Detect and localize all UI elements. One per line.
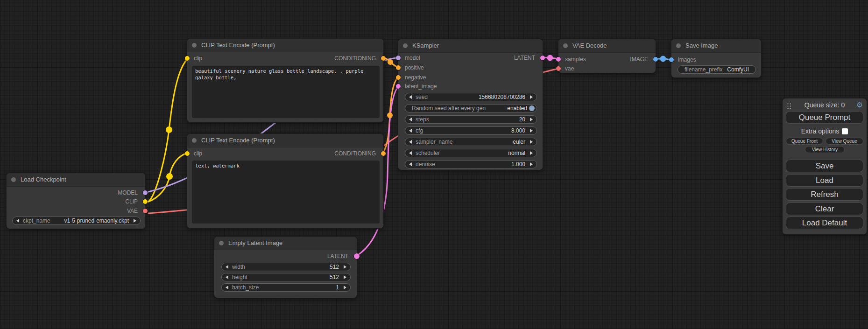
node-title-bar[interactable]: Save Image bbox=[671, 39, 761, 53]
extra-options-row: Extra options bbox=[783, 127, 867, 135]
input-label-samples: samples bbox=[565, 56, 586, 63]
increment-arrow-icon[interactable] bbox=[530, 118, 533, 121]
collapse-dot-icon[interactable] bbox=[676, 43, 681, 48]
node-vae-decode[interactable]: VAE Decode samples IMAGE vae bbox=[558, 39, 656, 73]
batch-size-widget[interactable]: batch_size 1 bbox=[221, 283, 351, 292]
scheduler-widget[interactable]: scheduler normal bbox=[405, 149, 537, 157]
random-seed-widget[interactable]: Random seed after every gen enabled bbox=[405, 104, 537, 112]
decrement-arrow-icon[interactable] bbox=[226, 265, 228, 269]
node-save-image[interactable]: Save Image images filename_prefix ComfyU… bbox=[671, 39, 762, 78]
output-label-vae: VAE bbox=[127, 207, 138, 215]
view-history-button[interactable]: View History bbox=[805, 146, 845, 153]
link-dot[interactable] bbox=[166, 173, 173, 180]
decrement-arrow-icon[interactable] bbox=[409, 95, 412, 99]
collapse-dot-icon[interactable] bbox=[192, 138, 197, 143]
clear-button[interactable]: Clear bbox=[786, 203, 863, 215]
link-dot[interactable] bbox=[388, 59, 393, 65]
decrement-arrow-icon[interactable] bbox=[409, 129, 412, 133]
link-dot[interactable] bbox=[547, 55, 553, 61]
increment-arrow-icon[interactable] bbox=[530, 151, 533, 155]
queue-prompt-button[interactable]: Queue Prompt bbox=[786, 111, 863, 124]
increment-arrow-icon[interactable] bbox=[530, 140, 533, 144]
gear-icon[interactable]: ⚙ bbox=[856, 100, 863, 109]
increment-arrow-icon[interactable] bbox=[530, 95, 533, 99]
output-slot-image[interactable] bbox=[653, 57, 658, 62]
decrement-arrow-icon[interactable] bbox=[16, 219, 19, 223]
node-title-bar[interactable]: CLIP Text Encode (Prompt) bbox=[187, 39, 383, 52]
node-load-checkpoint[interactable]: Load Checkpoint MODEL CLIP VAE ckpt_name… bbox=[6, 173, 146, 229]
collapse-dot-icon[interactable] bbox=[563, 43, 568, 48]
input-slot-negative[interactable] bbox=[396, 75, 401, 80]
extra-options-checkbox[interactable] bbox=[842, 128, 848, 134]
increment-arrow-icon[interactable] bbox=[344, 265, 346, 269]
denoise-widget[interactable]: denoise 1.000 bbox=[405, 160, 537, 168]
widget-label: width bbox=[232, 263, 245, 271]
load-button[interactable]: Load bbox=[786, 174, 863, 187]
node-title-bar[interactable]: Load Checkpoint bbox=[7, 173, 145, 187]
queue-panel[interactable]: Queue size: 0 ⚙ Queue Prompt Extra optio… bbox=[782, 98, 867, 235]
seed-widget[interactable]: seed 156680208700286 bbox=[405, 93, 537, 101]
sampler-name-widget[interactable]: sampler_name euler bbox=[405, 138, 537, 146]
prompt-text-area[interactable]: text, watermark bbox=[192, 161, 380, 224]
input-slot-latent-image[interactable] bbox=[396, 84, 401, 89]
decrement-arrow-icon[interactable] bbox=[409, 151, 412, 155]
height-widget[interactable]: height 512 bbox=[221, 273, 351, 281]
input-label-clip: clip bbox=[194, 55, 202, 62]
collapse-dot-icon[interactable] bbox=[403, 43, 408, 48]
widget-value: 1.000 bbox=[511, 161, 525, 168]
queue-front-button[interactable]: Queue Front bbox=[786, 138, 823, 145]
decrement-arrow-icon[interactable] bbox=[409, 140, 412, 144]
input-slot-images[interactable] bbox=[669, 57, 674, 62]
widget-value: 8.000 bbox=[511, 127, 525, 134]
collapse-dot-icon[interactable] bbox=[11, 177, 16, 182]
output-slot-latent[interactable] bbox=[540, 56, 545, 60]
toggle-icon[interactable] bbox=[529, 105, 535, 111]
increment-arrow-icon[interactable] bbox=[344, 286, 346, 289]
link-dot[interactable] bbox=[166, 126, 172, 133]
node-title-bar[interactable]: Empty Latent Image bbox=[214, 237, 357, 250]
decrement-arrow-icon[interactable] bbox=[226, 275, 228, 279]
node-clip-text-encode-positive[interactable]: CLIP Text Encode (Prompt) clip CONDITION… bbox=[187, 38, 384, 123]
width-widget[interactable]: width 512 bbox=[221, 263, 351, 271]
steps-widget[interactable]: steps 20 bbox=[405, 115, 537, 124]
node-ksampler[interactable]: KSampler model LATENT positive negative … bbox=[398, 39, 543, 170]
decrement-arrow-icon[interactable] bbox=[409, 118, 412, 121]
output-slot-conditioning[interactable] bbox=[381, 56, 386, 61]
load-default-button[interactable]: Load Default bbox=[786, 217, 863, 229]
widget-value: enabled bbox=[507, 105, 527, 112]
collapse-dot-icon[interactable] bbox=[192, 43, 197, 48]
link-dot[interactable] bbox=[660, 56, 666, 62]
output-slot-conditioning[interactable] bbox=[381, 151, 386, 156]
node-title-bar[interactable]: KSampler bbox=[398, 39, 543, 53]
output-slot-model[interactable] bbox=[143, 190, 148, 195]
increment-arrow-icon[interactable] bbox=[344, 275, 346, 279]
node-graph-canvas[interactable]: Load Checkpoint MODEL CLIP VAE ckpt_name… bbox=[0, 0, 868, 329]
node-clip-text-encode-negative[interactable]: CLIP Text Encode (Prompt) clip CONDITION… bbox=[187, 133, 384, 229]
collapse-dot-icon[interactable] bbox=[219, 241, 224, 245]
refresh-button[interactable]: Refresh bbox=[786, 188, 863, 201]
output-slot-latent[interactable] bbox=[354, 253, 360, 259]
ckpt-name-widget[interactable]: ckpt_name v1-5-pruned-emaonly.ckpt bbox=[12, 217, 141, 225]
decrement-arrow-icon[interactable] bbox=[409, 162, 412, 166]
cfg-widget[interactable]: cfg 8.000 bbox=[405, 126, 537, 135]
input-slot-vae[interactable] bbox=[556, 66, 561, 71]
prompt-text-area[interactable]: beautiful scenery nature glass bottle la… bbox=[192, 66, 380, 118]
input-slot-positive[interactable] bbox=[396, 65, 401, 70]
link-dot[interactable] bbox=[387, 112, 393, 118]
increment-arrow-icon[interactable] bbox=[530, 129, 533, 133]
output-slot-vae[interactable] bbox=[143, 209, 148, 213]
node-title-bar[interactable]: CLIP Text Encode (Prompt) bbox=[187, 134, 383, 147]
input-slot-samples[interactable] bbox=[556, 57, 561, 62]
view-queue-button[interactable]: View Queue bbox=[826, 138, 863, 145]
input-slot-clip[interactable] bbox=[185, 56, 190, 61]
decrement-arrow-icon[interactable] bbox=[226, 286, 228, 289]
input-slot-model[interactable] bbox=[396, 56, 401, 60]
input-slot-clip[interactable] bbox=[185, 151, 190, 156]
save-button[interactable]: Save bbox=[786, 160, 863, 172]
output-slot-clip[interactable] bbox=[143, 199, 148, 204]
filename-prefix-widget[interactable]: filename_prefix ComfyUI bbox=[677, 65, 756, 74]
increment-arrow-icon[interactable] bbox=[134, 219, 136, 223]
node-title-bar[interactable]: VAE Decode bbox=[558, 39, 656, 53]
increment-arrow-icon[interactable] bbox=[530, 162, 533, 166]
node-empty-latent-image[interactable]: Empty Latent Image LATENT width 512 heig… bbox=[214, 236, 357, 298]
